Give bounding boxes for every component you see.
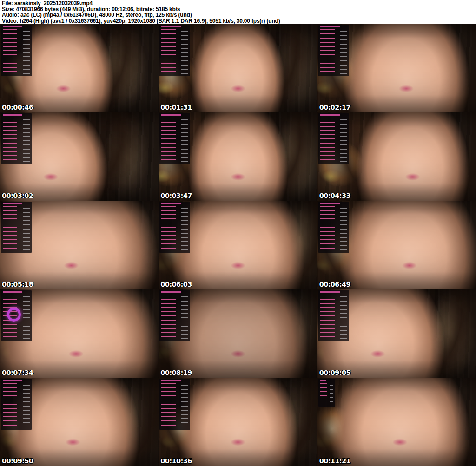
thumbnail-timestamp: 00:04:33	[319, 192, 350, 199]
thumbnail-timestamp: 00:05:18	[2, 281, 33, 288]
goal-ring-icon	[7, 308, 21, 322]
video-thumbnail: 00:05:18	[0, 201, 159, 289]
video-thumbnail: 00:10:36	[159, 378, 317, 466]
thumbnail-timestamp: 00:06:49	[319, 281, 350, 288]
stream-overlay-panel	[318, 25, 349, 76]
stream-overlay-panel	[1, 113, 32, 164]
thumbnail-timestamp: 00:09:50	[2, 457, 33, 465]
thumbnail-timestamp: 00:00:46	[2, 104, 33, 111]
stream-overlay-panel	[159, 290, 190, 341]
video-thumbnail: 00:03:47	[159, 112, 317, 201]
file-info-header: File: sarakinsly_202512032039.mp4 Size: …	[0, 0, 476, 24]
video-thumbnail: 00:11:21	[317, 378, 476, 466]
thumbnail-timestamp: 00:03:02	[2, 192, 33, 199]
stream-overlay-panel	[318, 290, 349, 341]
stream-overlay-panel	[159, 379, 190, 430]
thumbnail-timestamp: 00:11:21	[319, 457, 350, 465]
thumbnail-grid: 00:00:46 00:01:31 00:02:17 00:03:02 00:0…	[0, 24, 476, 466]
thumbnail-timestamp: 00:02:17	[319, 104, 350, 111]
thumbnail-timestamp: 00:09:05	[319, 369, 350, 376]
video-thumbnail: 00:01:31	[159, 24, 317, 112]
thumbnail-timestamp: 00:08:19	[160, 369, 192, 376]
thumbnail-timestamp: 00:03:47	[160, 192, 192, 199]
thumbnail-timestamp: 00:07:34	[2, 369, 33, 376]
thumbnail-timestamp: 00:06:03	[160, 281, 192, 288]
video-thumbnail: 00:04:33	[317, 112, 476, 201]
info-line-audio: Audio: aac (LC) (mp4a / 0x6134706D), 480…	[2, 12, 476, 18]
thumbnail-scene	[317, 378, 476, 466]
video-thumbnail: 00:06:03	[159, 201, 317, 289]
video-thumbnail: 00:07:34	[0, 289, 159, 378]
video-thumbnail: 00:09:50	[0, 378, 159, 466]
stream-overlay-panel	[159, 113, 190, 164]
info-line-video: Video: h264 (High) (avc1 / 0x31637661), …	[2, 18, 476, 24]
info-line-file: File: sarakinsly_202512032039.mp4	[2, 0, 476, 7]
stream-overlay-panel	[318, 113, 349, 164]
stream-overlay-panel	[1, 25, 32, 76]
stream-overlay-panel	[159, 202, 190, 253]
video-thumbnail: 00:02:17	[317, 24, 476, 112]
video-thumbnail: 00:09:05	[317, 289, 476, 378]
thumbnail-timestamp: 00:10:36	[160, 457, 192, 465]
stream-overlay-panel	[1, 379, 32, 430]
stream-overlay-panel	[318, 379, 335, 407]
stream-overlay-panel	[1, 202, 32, 253]
video-thumbnail: 00:08:19	[159, 289, 317, 378]
video-thumbnail: 00:00:46	[0, 24, 159, 112]
video-thumbnail: 00:03:02	[0, 112, 159, 201]
video-thumbnail: 00:06:49	[317, 201, 476, 289]
thumbnail-timestamp: 00:01:31	[160, 104, 192, 111]
stream-overlay-panel	[318, 202, 349, 253]
stream-overlay-panel	[159, 25, 190, 76]
